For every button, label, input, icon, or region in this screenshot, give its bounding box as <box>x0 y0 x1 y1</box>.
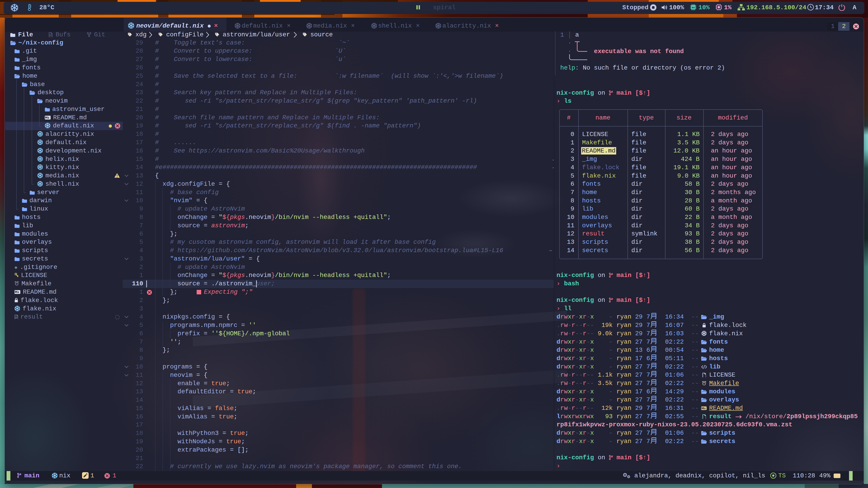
svg-text:64: 64 <box>692 6 695 9</box>
